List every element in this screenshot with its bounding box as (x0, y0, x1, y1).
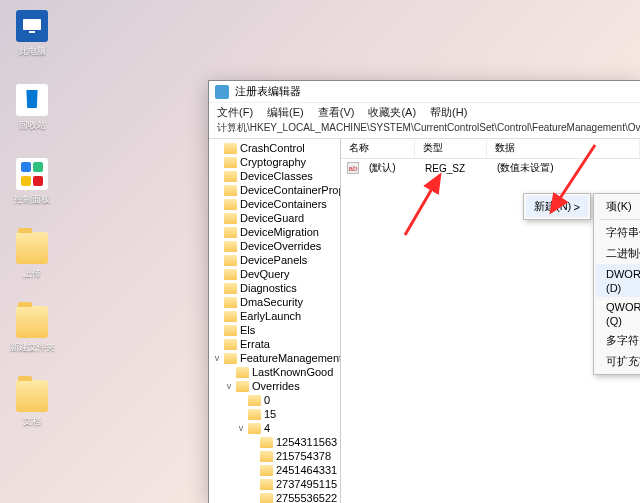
folder-icon (260, 479, 273, 490)
tree-label: 2737495115 (276, 478, 337, 490)
tree-item[interactable]: 2737495115 (209, 477, 340, 491)
tree-item[interactable]: DeviceGuard (209, 211, 340, 225)
folder-icon (16, 232, 48, 264)
svg-rect-1 (29, 31, 35, 33)
tree-item[interactable]: EarlyLaunch (209, 309, 340, 323)
ctx-item[interactable]: 多字符串值(M) (596, 330, 640, 351)
folder-icon (224, 199, 237, 210)
tree-label: FeatureManagement (240, 352, 341, 364)
tree-item[interactable]: vFeatureManagement (209, 351, 340, 365)
folder-icon (16, 306, 48, 338)
tree-item[interactable]: LastKnownGood (209, 365, 340, 379)
svg-rect-0 (23, 19, 41, 30)
ctx-item[interactable]: 可扩充字符串值(E) (596, 351, 640, 372)
desktop-icon-recyclebin[interactable]: 回收站 (6, 84, 58, 132)
list-header: 名称 类型 数据 (341, 139, 640, 159)
tree-item[interactable]: vOverrides (209, 379, 340, 393)
cell-data: (数值未设置) (489, 161, 562, 175)
folder-icon (224, 269, 237, 280)
desktop-icon-folder2[interactable]: 新建文件夹 (6, 306, 58, 354)
folder-icon (224, 255, 237, 266)
tree-item[interactable]: DevQuery (209, 267, 340, 281)
tree-item[interactable]: 0 (209, 393, 340, 407)
menu-item[interactable]: 收藏夹(A) (368, 105, 416, 120)
ctx-item[interactable]: 字符串值(S) (596, 222, 640, 243)
folder-icon (260, 493, 273, 504)
desktop-icon-thispc[interactable]: 此电脑 (6, 10, 58, 58)
folder-icon (248, 423, 261, 434)
desktop-icon-controlpanel[interactable]: 控制面板 (6, 158, 58, 206)
ctx-item[interactable]: 项(K) (596, 196, 640, 217)
folder-icon (236, 367, 249, 378)
tree-label: DeviceGuard (240, 212, 304, 224)
tree-twisty-icon[interactable]: v (237, 423, 245, 433)
context-menu-2: 项(K)字符串值(S)二进制值(B)DWORD (32 位)值(D)QWORD … (593, 193, 640, 375)
tree-item[interactable]: v4 (209, 421, 340, 435)
ctx-item[interactable]: QWORD (64 位)值(Q) (596, 297, 640, 330)
titlebar[interactable]: 注册表编辑器 (209, 81, 640, 103)
tree-label: Errata (240, 338, 270, 350)
tree-item[interactable]: DeviceMigration (209, 225, 340, 239)
menu-separator (600, 219, 640, 220)
menu-item[interactable]: 帮助(H) (430, 105, 467, 120)
folder-icon (248, 395, 261, 406)
tree-label: 4 (264, 422, 270, 434)
tree-label: 1254311563 (276, 436, 337, 448)
tree-label: DeviceContainerPropertyUpd (240, 184, 341, 196)
tree-item[interactable]: 1254311563 (209, 435, 340, 449)
ctx-item[interactable]: 二进制值(B) (596, 243, 640, 264)
cell-type: REG_SZ (417, 163, 489, 174)
address-bar[interactable]: 计算机\HKEY_LOCAL_MACHINE\SYSTEM\CurrentCon… (209, 121, 640, 139)
tree-label: DeviceContainers (240, 198, 327, 210)
tree-item[interactable]: Diagnostics (209, 281, 340, 295)
desktop-icon-folder1[interactable]: 上传 (6, 232, 58, 280)
tree-item[interactable]: DeviceContainers (209, 197, 340, 211)
desktop-icon-folder3[interactable]: 文档 (6, 380, 58, 428)
tree-item[interactable]: 2451464331 (209, 463, 340, 477)
list-pane[interactable]: 名称 类型 数据 ab(默认)REG_SZ(数值未设置) 新建(N) > 项(K… (341, 139, 640, 503)
col-data[interactable]: 数据 (487, 139, 640, 158)
tree-item[interactable]: 2755536522 (209, 491, 340, 503)
tree-item[interactable]: DeviceOverrides (209, 239, 340, 253)
tree-item[interactable]: 215754378 (209, 449, 340, 463)
tree-item[interactable]: DmaSecurity (209, 295, 340, 309)
tree-item[interactable]: Els (209, 323, 340, 337)
col-type[interactable]: 类型 (415, 139, 487, 158)
folder-icon (224, 213, 237, 224)
ctx-new[interactable]: 新建(N) > (526, 196, 588, 217)
menu-item[interactable]: 编辑(E) (267, 105, 304, 120)
tree-label: DevicePanels (240, 254, 307, 266)
folder-icon (224, 283, 237, 294)
string-value-icon: ab (347, 162, 359, 174)
tree-item[interactable]: 15 (209, 407, 340, 421)
folder-icon (260, 451, 273, 462)
tree-label: 15 (264, 408, 276, 420)
tree-item[interactable]: DeviceClasses (209, 169, 340, 183)
tree-pane[interactable]: CrashControlCryptographyDeviceClassesDev… (209, 139, 341, 503)
folder-icon (224, 143, 237, 154)
tree-item[interactable]: DeviceContainerPropertyUpd (209, 183, 340, 197)
tree-item[interactable]: Cryptography (209, 155, 340, 169)
menu-item[interactable]: 查看(V) (318, 105, 355, 120)
tree-item[interactable]: CrashControl (209, 141, 340, 155)
folder-icon (248, 409, 261, 420)
tree-item[interactable]: DevicePanels (209, 253, 340, 267)
menu-item[interactable]: 文件(F) (217, 105, 253, 120)
tree-label: Overrides (252, 380, 300, 392)
icon-label: 此电脑 (19, 45, 46, 58)
tree-item[interactable]: Errata (209, 337, 340, 351)
folder-icon (16, 380, 48, 412)
tree-label: 215754378 (276, 450, 331, 462)
folder-icon (224, 185, 237, 196)
regedit-icon (215, 85, 229, 99)
icon-label: 上传 (23, 267, 41, 280)
folder-icon (224, 339, 237, 350)
folder-icon (224, 171, 237, 182)
tree-twisty-icon[interactable]: v (213, 353, 221, 363)
col-name[interactable]: 名称 (341, 139, 415, 158)
folder-icon (224, 311, 237, 322)
tree-twisty-icon[interactable]: v (225, 381, 233, 391)
list-row[interactable]: ab(默认)REG_SZ(数值未设置) (341, 159, 640, 177)
ctx-item[interactable]: DWORD (32 位)值(D) (596, 264, 640, 297)
tree-label: 2755536522 (276, 492, 337, 503)
